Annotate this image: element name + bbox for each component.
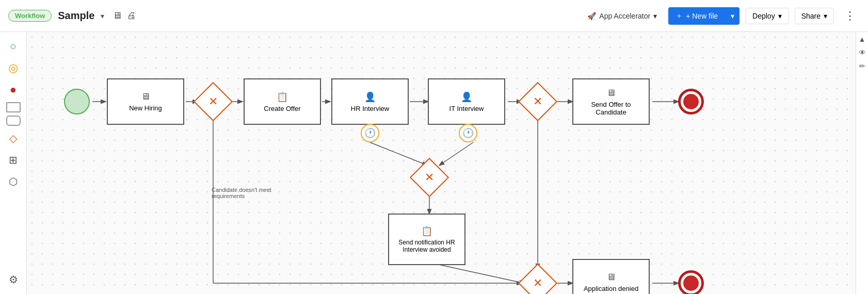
task-hr-interview-icon: 👤	[364, 91, 376, 103]
right-panel: ▲ 👁 ✏	[856, 32, 868, 294]
task-hr-interview-label: HR Interview	[351, 105, 389, 112]
task-it-interview-label: IT Interview	[449, 105, 484, 112]
task-application-denied[interactable]: 🖥 Application denied	[572, 259, 650, 294]
sidebar: ○ ◎ ● ◇ ⊞ ⬡ ⚙	[0, 32, 27, 294]
workflow-badge[interactable]: Workflow	[8, 10, 52, 22]
new-file-button[interactable]: ＋ + New file ▾	[668, 7, 740, 25]
sidebar-data-object[interactable]: ⊞	[4, 151, 23, 169]
canvas[interactable]: 🖥 New Hiring ✕ 📋 Create Offer 👤 HR Inter…	[27, 32, 856, 294]
rocket-icon: 🚀	[587, 12, 596, 20]
monitor-icon[interactable]: 🖥	[112, 10, 122, 21]
gateway-2[interactable]: ✕	[518, 82, 557, 121]
header-view-icons: 🖥 🖨	[112, 10, 136, 21]
task-it-interview[interactable]: 👤 IT Interview	[428, 78, 505, 125]
gateway-3-icon: ✕	[425, 171, 434, 184]
svg-line-9	[440, 142, 473, 165]
accelerator-button[interactable]: 🚀 App Accelerator ▾	[582, 9, 662, 23]
task-create-offer[interactable]: 📋 Create Offer	[244, 78, 321, 125]
task-new-hiring[interactable]: 🖥 New Hiring	[107, 78, 184, 125]
share-dropdown-icon[interactable]: ▾	[824, 12, 827, 20]
main-area: ○ ◎ ● ◇ ⊞ ⬡ ⚙	[0, 32, 868, 294]
task-send-offer-icon: 🖥	[606, 88, 616, 99]
new-file-label: + New file	[686, 12, 718, 20]
new-file-main[interactable]: ＋ + New file	[668, 7, 725, 25]
task-send-offer-label: Send Offer to Candidate	[577, 101, 645, 116]
gateway-1-icon: ✕	[208, 95, 218, 108]
gateway-4[interactable]: ✕	[518, 264, 557, 294]
scroll-up-icon[interactable]: ▲	[859, 35, 866, 43]
page-title: Sample	[58, 10, 94, 22]
new-file-dropdown-icon[interactable]: ▾	[726, 8, 740, 24]
task-send-offer[interactable]: 🖥 Send Offer to Candidate	[572, 78, 650, 125]
sidebar-intermediate-event[interactable]: ◎	[4, 59, 23, 77]
title-dropdown-icon[interactable]: ▾	[101, 12, 104, 20]
sidebar-gateway[interactable]: ◇	[4, 129, 23, 148]
eye-icon[interactable]: 👁	[859, 48, 866, 57]
gateway-1[interactable]: ✕	[194, 82, 233, 121]
end-event-2[interactable]	[678, 270, 704, 294]
deploy-dropdown-icon[interactable]: ▾	[778, 12, 782, 20]
start-event[interactable]	[64, 89, 90, 115]
sidebar-task[interactable]	[6, 102, 21, 112]
pencil-icon[interactable]: ✏	[859, 62, 865, 70]
timer-hr[interactable]: 🕐	[361, 124, 379, 142]
print-icon[interactable]: 🖨	[127, 10, 136, 21]
deploy-label: Deploy	[752, 12, 775, 20]
sidebar-end-event[interactable]: ●	[4, 80, 23, 99]
end-event-1[interactable]	[678, 89, 704, 115]
sidebar-pool[interactable]: ⬡	[4, 172, 23, 191]
sidebar-settings[interactable]: ⚙	[4, 270, 23, 289]
svg-line-8	[370, 142, 427, 165]
svg-line-11	[429, 263, 524, 283]
gateway-3[interactable]: ✕	[410, 158, 449, 197]
task-new-hiring-label: New Hiring	[129, 104, 162, 112]
share-label: Share	[801, 12, 821, 20]
plus-icon: ＋	[676, 11, 683, 21]
sidebar-subprocess[interactable]	[6, 116, 21, 126]
task-new-hiring-icon: 🖥	[141, 91, 150, 102]
share-button[interactable]: Share ▾	[795, 8, 834, 24]
header: Workflow Sample ▾ 🖥 🖨 🚀 App Accelerator …	[0, 0, 868, 32]
task-application-denied-label: Application denied	[584, 285, 638, 292]
accelerator-dropdown-icon[interactable]: ▾	[653, 12, 657, 20]
flow-label-candidate: Candidate doesn't meetrequirements	[212, 187, 271, 199]
timer-it[interactable]: 🕐	[459, 124, 477, 142]
gateway-4-icon: ✕	[533, 276, 542, 290]
task-send-notification-label: Send notification HR Interview avoided	[393, 239, 460, 253]
task-send-notification[interactable]: 📋 Send notification HR Interview avoided	[388, 214, 465, 265]
task-it-interview-icon: 👤	[461, 91, 472, 103]
task-create-offer-icon: 📋	[277, 91, 288, 103]
task-application-denied-icon: 🖥	[606, 272, 616, 283]
more-options-button[interactable]: ⋮	[840, 7, 860, 25]
gateway-2-icon: ✕	[533, 95, 542, 108]
sidebar-start-event[interactable]: ○	[4, 37, 23, 56]
accelerator-label: App Accelerator	[599, 12, 650, 20]
task-create-offer-label: Create Offer	[264, 105, 300, 112]
task-send-notification-icon: 📋	[421, 225, 432, 237]
deploy-button[interactable]: Deploy ▾	[746, 8, 789, 24]
task-hr-interview[interactable]: 👤 HR Interview	[331, 78, 409, 125]
